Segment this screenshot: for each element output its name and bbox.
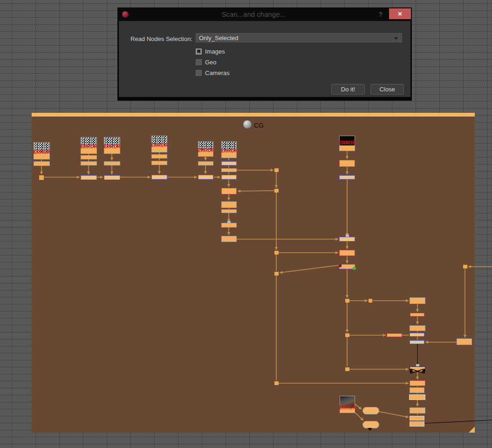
read-node[interactable]: ERROR (151, 136, 167, 152)
graph-node[interactable] (409, 394, 425, 400)
graph-node[interactable] (81, 175, 97, 180)
graph-node[interactable] (387, 333, 402, 337)
pill-node[interactable] (362, 407, 379, 414)
thumbnail: ERROR (104, 138, 120, 147)
error-label: ERROR (339, 141, 355, 145)
graph-node[interactable] (339, 175, 355, 179)
checkbox-row[interactable]: ✖Images (196, 46, 230, 57)
graph-node[interactable] (410, 297, 425, 304)
read-node[interactable]: ERROR (104, 137, 120, 154)
cg-group: CG (243, 120, 264, 129)
graph-node[interactable] (198, 161, 213, 165)
status-dot (353, 267, 356, 270)
graph-node[interactable] (410, 407, 425, 414)
chevron-down-icon (394, 37, 398, 40)
node-graph-workspace[interactable]: CG ERRORERRORERRORERRORERRORERRORERRORER… (0, 0, 492, 448)
dot-node[interactable] (274, 168, 279, 172)
checkbox-icon[interactable] (196, 59, 202, 65)
read-node[interactable]: ERROR (221, 141, 237, 158)
graph-node[interactable] (339, 237, 355, 241)
graph-node[interactable] (151, 154, 167, 159)
graph-node[interactable] (221, 236, 237, 242)
graph-node[interactable] (198, 175, 213, 179)
graph-node[interactable] (410, 380, 425, 386)
dot-node[interactable] (369, 299, 372, 303)
dialog-titlebar[interactable]: Scan...and change... ? ✕ (117, 7, 412, 21)
graph-node[interactable] (410, 416, 424, 420)
graph-node[interactable] (151, 175, 167, 179)
connector-square (416, 364, 419, 366)
connector-square (339, 264, 342, 267)
checkbox-label: Images (205, 48, 225, 55)
graph-node[interactable] (81, 155, 97, 159)
error-label: ERROR (33, 150, 50, 155)
checkbox-row[interactable]: Cameras (196, 68, 230, 78)
dot-node[interactable] (274, 189, 279, 193)
cg-label: CG (254, 122, 264, 129)
graph-node[interactable] (410, 421, 424, 427)
dot-node[interactable] (274, 381, 279, 385)
sphere-icon (243, 120, 252, 129)
dot-node[interactable] (39, 175, 44, 180)
error-label: ERROR (198, 148, 214, 153)
app-icon (122, 11, 129, 18)
read-node[interactable]: ERROR (198, 141, 213, 157)
pill-node[interactable] (362, 421, 379, 428)
graph-node[interactable] (221, 223, 237, 227)
read-nodes-selection-dropdown[interactable]: Only_Selected (196, 33, 402, 42)
checkbox-label: Geo (205, 59, 217, 66)
checkbox-label: Cameras (205, 69, 230, 76)
switch-node[interactable] (410, 366, 425, 372)
scan-and-change-dialog: Scan...and change... ? ✕ Read Nodes Sele… (117, 7, 412, 101)
backdrop-node[interactable] (32, 113, 475, 433)
graph-node[interactable] (410, 340, 424, 344)
error-label: ERROR (221, 149, 237, 153)
graph-node[interactable] (104, 175, 120, 180)
dot-node[interactable] (345, 367, 349, 371)
graph-node[interactable] (34, 161, 50, 166)
dot-node[interactable] (463, 265, 467, 269)
graph-node[interactable] (151, 161, 167, 165)
thumbnail: ERROR (340, 136, 355, 145)
checkbox-row[interactable]: Geo (196, 57, 230, 68)
graph-node[interactable] (104, 161, 120, 165)
dot-node[interactable] (345, 333, 349, 337)
dot-node[interactable] (274, 272, 279, 276)
backdrop-resize-handle[interactable] (469, 427, 475, 433)
graph-node[interactable] (410, 387, 424, 393)
dot-node[interactable] (345, 299, 349, 303)
graph-node[interactable] (339, 160, 355, 167)
error-label: ERROR (80, 145, 97, 149)
graph-node[interactable] (221, 175, 237, 179)
checkbox-icon[interactable] (196, 70, 202, 76)
bowtie-icon (410, 369, 425, 373)
read-nodes-selection-label: Read Nodes Selection: (128, 35, 192, 42)
read-node[interactable]: ERROR (81, 137, 97, 154)
graph-node[interactable] (457, 338, 472, 345)
graph-node[interactable] (221, 201, 237, 208)
read-node[interactable]: ERROR (339, 136, 355, 151)
graph-node[interactable] (221, 188, 237, 194)
graph-node[interactable] (81, 161, 97, 165)
output-stub-icon (368, 428, 372, 431)
graph-node[interactable] (410, 333, 424, 337)
checkbox-checked-icon[interactable]: ✖ (196, 48, 202, 55)
dot-node[interactable] (274, 251, 279, 255)
graph-node[interactable] (410, 313, 424, 317)
graph-node[interactable] (221, 161, 237, 165)
backdrop-header[interactable] (32, 113, 475, 117)
dialog-title: Scan...and change... (129, 10, 378, 18)
error-label: ERROR (339, 406, 355, 410)
thumbnail: ERROR (34, 143, 49, 152)
graph-node[interactable] (339, 250, 355, 256)
connector-square (346, 234, 349, 237)
read-node[interactable]: ERROR (340, 396, 355, 413)
graph-node[interactable] (221, 168, 237, 172)
read-node[interactable]: ERROR (34, 142, 50, 159)
close-dialog-button[interactable]: Close (370, 84, 404, 95)
close-icon[interactable]: ✕ (389, 8, 411, 19)
help-icon[interactable]: ? (378, 11, 383, 18)
do-it-button[interactable]: Do it! (331, 84, 365, 95)
graph-node[interactable] (410, 325, 425, 331)
graph-node[interactable] (221, 209, 237, 213)
